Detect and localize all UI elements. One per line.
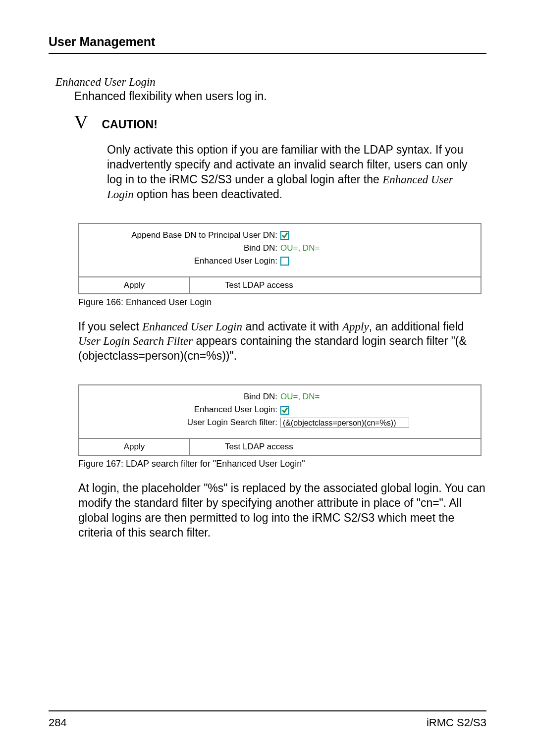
bind-dn-label-166: Bind DN: — [79, 243, 280, 253]
enhanced-login-label-166: Enhanced User Login: — [79, 256, 280, 266]
enhanced-login-checkbox-166[interactable] — [280, 257, 289, 266]
figure-167-caption: Figure 167: LDAP search filter for "Enha… — [78, 459, 486, 469]
figure-167-screenshot: Bind DN: OU=, DN= Enhanced User Login: U… — [78, 384, 482, 456]
p1a: If you select — [78, 320, 142, 333]
header-rule — [49, 53, 486, 54]
bind-dn-value-166: OU=, DN= — [280, 243, 471, 253]
footer-rule — [49, 710, 486, 711]
subsection-desc: Enhanced flexibility when users log in. — [74, 90, 486, 103]
search-filter-label: User Login Search filter: — [79, 418, 280, 428]
caution-text-after: option has been deactivated. — [134, 188, 283, 201]
paragraph-2: At login, the placeholder "%s" is replac… — [78, 481, 486, 540]
test-ldap-button-166[interactable]: Test LDAP access — [190, 277, 481, 293]
caution-text: Only activate this option if you are fam… — [107, 143, 482, 202]
doc-name: iRMC S2/S3 — [427, 716, 486, 729]
p1b: and activate it with — [242, 320, 342, 333]
p1i1: Enhanced User Login — [142, 321, 242, 333]
apply-button-166[interactable]: Apply — [79, 277, 190, 293]
append-base-dn-label: Append Base DN to Principal User DN: — [79, 230, 280, 240]
append-base-dn-checkbox[interactable] — [280, 231, 289, 240]
figure-166-screenshot: Append Base DN to Principal User DN: Bin… — [78, 223, 482, 294]
subsection-title: Enhanced User Login — [55, 76, 486, 89]
paragraph-1: If you select Enhanced User Login and ac… — [78, 320, 486, 364]
search-filter-input[interactable]: (&(objectclass=person)(cn=%s)) — [280, 418, 409, 428]
enhanced-login-checkbox-167[interactable] — [280, 406, 289, 415]
figure-166-caption: Figure 166: Enhanced User Login — [78, 297, 486, 308]
bind-dn-value-167: OU=, DN= — [280, 392, 471, 402]
test-ldap-button-167[interactable]: Test LDAP access — [190, 439, 481, 455]
bind-dn-label-167: Bind DN: — [79, 392, 280, 402]
p1c: , an additional field — [369, 320, 464, 333]
p1i2: Apply — [342, 321, 369, 333]
page-number: 284 — [49, 716, 67, 729]
section-title: User Management — [49, 35, 486, 49]
enhanced-login-label-167: Enhanced User Login: — [79, 405, 280, 415]
caution-marker-icon: V — [74, 111, 88, 133]
p1i3: User Login Search Filter — [78, 335, 193, 347]
apply-button-167[interactable]: Apply — [79, 439, 190, 455]
caution-label: CAUTION! — [102, 118, 157, 131]
